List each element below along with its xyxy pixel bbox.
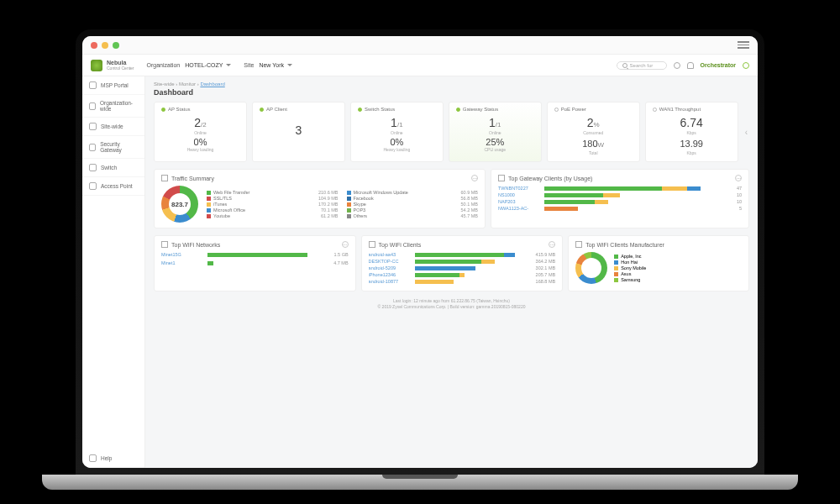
stat-sub2: Heavy loading [358,147,436,152]
bar-label[interactable]: android-10877 [369,279,411,284]
bar-track [415,266,527,270]
expand-icon[interactable]: ⋯ [342,241,349,248]
legend-item: Apple, Inc [614,254,646,259]
bar-row: Minet14.7 MB [161,260,349,265]
stat-num: 3 [260,123,338,137]
sidebar-item-5[interactable]: Access Point [82,177,144,196]
search-placeholder: Search for [630,63,654,68]
bar-label[interactable]: DESKTOP-CC [369,259,411,264]
legend-item: Asus [614,271,646,276]
card-title: WAN1 Throughput [659,107,701,112]
sidebar-item-2[interactable]: Site-wide [82,118,144,136]
panel-wifi-networks: Top WiFi Networks⋯ Minet15G1.5 GBMinet14… [154,235,356,291]
swatch-icon [347,208,351,213]
legend-item: Microsoft Windows Update60.9 MB [347,190,479,195]
brand-icon [91,60,102,71]
bar-label[interactable]: iPhone12346 [369,272,411,277]
chart-icon [161,175,168,181]
stat-den: /1 [397,121,403,129]
bar-label[interactable]: Minet15G [161,252,203,257]
sidebar-item-1[interactable]: Organization-wide [82,95,144,118]
bar-row: NAP20310 [498,199,742,204]
brand: Nebula Control Center [91,60,134,71]
orchestrator-label[interactable]: Orchestrator [701,62,736,68]
status-icon [456,108,460,112]
site-select[interactable]: Site New York [244,62,292,69]
menu-icon[interactable] [738,41,749,49]
sidebar-item-label: Access Point [101,183,133,189]
sidebar-item-3[interactable]: Security Gateway [82,136,144,159]
expand-icon[interactable]: ⋯ [735,175,742,181]
close-icon[interactable] [91,42,97,49]
status-icon [653,108,657,112]
minimize-icon[interactable] [102,42,108,49]
stat-num: 6.74 [680,116,703,129]
crumb-b[interactable]: Monitor [179,81,196,87]
bar-track [415,253,527,257]
zoom-icon[interactable] [113,42,119,49]
globe-icon[interactable] [674,62,680,69]
sidebar-item-label: MSP Portal [101,82,129,88]
bar-track [415,260,527,264]
legend-item: Microsoft Office70.1 MB [207,207,339,213]
search-input[interactable]: Search for [617,61,667,70]
crumb-c[interactable]: Dashboard [200,81,224,87]
sidebar: MSP PortalOrganization-wideSite-wideSecu… [82,76,145,468]
stat-den: /1 [496,121,501,129]
bell-icon[interactable] [687,62,694,69]
bar-value: 5 [717,206,742,211]
bar-row: Minet15G1.5 GB [161,252,349,257]
status-icon [161,108,165,112]
bar-track [415,280,527,284]
card-wan: WAN1 Throughput 6.74Kbps 13.99Kbps [645,102,738,162]
stat-sub: Online [456,130,534,135]
sidebar-item-0[interactable]: MSP Portal [82,76,144,95]
stat-num2: 13.99 [680,139,703,149]
traffic-legend: Web File Transfer210.6 MBMicrosoft Windo… [207,190,478,218]
bar-value: 10 [717,192,742,197]
stat-unit2: Kbps [653,150,731,155]
chart-icon [575,241,582,248]
legend-item: Others45.7 MB [347,213,479,218]
nav-icon [89,81,97,89]
bar-row: DESKTOP-CC364.2 MB [369,259,556,264]
bar-label[interactable]: Minet1 [161,260,203,265]
crumb-a[interactable]: Site-wide [154,81,175,87]
screen: Nebula Control Center Organization HOTEL… [82,36,758,468]
bar-label[interactable]: NS1000 [498,192,540,197]
swatch-icon [207,214,211,218]
panel-gateway-clients: Top Gateway Clients (by Usage)⋯ TWNBNT02… [491,169,749,228]
scroll-left-icon[interactable]: ‹ [743,128,749,137]
bar-label[interactable]: NAP203 [498,199,540,204]
swatch-icon [347,197,351,201]
stat-num: 1 [489,116,496,129]
sidebar-item-4[interactable]: Switch [82,159,144,177]
sidebar-help[interactable]: Help [82,449,144,468]
bar-label[interactable]: TWNBNT0227 [498,186,540,191]
org-label: Organization [147,62,181,68]
expand-icon[interactable]: ⋯ [549,241,555,248]
chevron-down-icon [226,64,231,69]
bar-track [544,193,712,197]
traffic-lights [91,42,119,49]
sidebar-item-label: Site-wide [101,123,123,129]
legend-item: SSL/TLS104.9 MB [207,196,339,201]
bar-label[interactable]: android-aa43 [369,252,411,257]
brand-name: Nebula [107,60,134,66]
card-switch-status: Switch Status 1/1 Online 0% Heavy loadin… [350,102,444,162]
org-select[interactable]: Organization HOTEL-COZY [147,62,232,69]
laptop-base [42,475,798,490]
orchestrator-icon[interactable] [743,62,749,69]
legend-item: Web File Transfer210.6 MB [207,190,339,195]
swatch-icon [207,197,211,201]
wifi-clients-list: android-aa43415.9 MBDESKTOP-CC364.2 MBan… [369,252,556,284]
chart-icon [369,241,375,248]
swatch-icon [207,202,211,207]
bar-label[interactable]: NWA1123-AC- [498,206,540,211]
swatch-icon [614,266,618,270]
bar-value: 364.2 MB [530,259,555,264]
card-poe: PoE Power 2% Consumed 180W Total [547,102,640,162]
bar-label[interactable]: android-5209 [369,265,411,270]
swatch-icon [207,191,211,195]
expand-icon[interactable]: ⋯ [471,175,478,181]
